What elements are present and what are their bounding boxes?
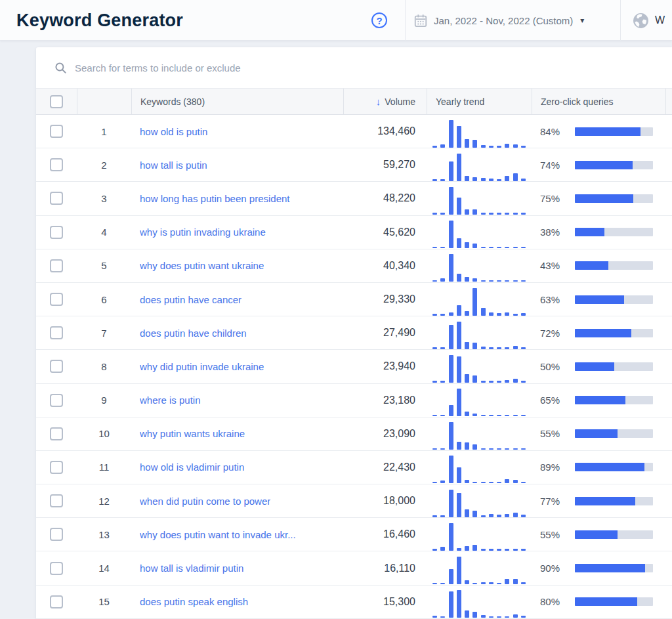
trend-bar (505, 176, 509, 181)
zero-click-pct: 72% (540, 328, 575, 339)
trend-bar (472, 414, 477, 416)
search-bar (36, 47, 672, 88)
volume-value: 29,330 (343, 283, 427, 316)
keyword-link[interactable]: how old is putin (140, 126, 207, 137)
header-divider (405, 0, 406, 41)
keyword-link[interactable]: where is putin (140, 395, 201, 406)
trend-bar (489, 312, 494, 315)
trend-bar (505, 514, 509, 517)
trend-bar (457, 238, 461, 248)
trend-bar (489, 415, 494, 417)
zero-click-cell: 90% (532, 551, 665, 584)
trend-bar (449, 591, 453, 618)
trend-bar (449, 456, 453, 483)
keyword-link[interactable]: does putin speak english (140, 596, 248, 607)
trend-bar (472, 545, 477, 551)
trend-bar (489, 146, 494, 148)
trend-bar (497, 347, 501, 349)
volume-value: 48,220 (343, 182, 427, 215)
chevron-down-icon: ▾ (580, 16, 584, 25)
header-volume-sort[interactable]: ↓ Volume (343, 89, 427, 114)
trend-cell (427, 586, 532, 618)
zero-click-track (575, 194, 653, 203)
trend-bar (513, 144, 518, 148)
trend-bar (505, 448, 509, 450)
row-checkbox[interactable] (50, 595, 63, 608)
row-checkbox-cell (36, 586, 77, 618)
help-icon[interactable]: ? (371, 12, 387, 28)
keyword-link[interactable]: when did putin come to power (140, 496, 270, 507)
trend-bar (457, 389, 461, 416)
keyword-cell: why does putin want ukraine (131, 249, 343, 282)
keyword-link[interactable]: how tall is vladimir putin (140, 563, 243, 574)
row-checkbox[interactable] (50, 326, 63, 339)
trend-bar (481, 213, 486, 215)
keyword-link[interactable]: does putin have cancer (140, 294, 242, 305)
trend-chart (432, 557, 526, 584)
trend-bar (449, 422, 453, 450)
trend-bar (497, 549, 501, 551)
trend-bar (521, 381, 526, 383)
table-body: 1 how old is putin 134,460 84% 2 how tal… (36, 115, 672, 619)
row-checkbox[interactable] (50, 562, 63, 575)
trend-bar (521, 313, 526, 315)
keyword-link[interactable]: why putin wants ukraine (140, 428, 245, 439)
trend-bar (472, 583, 477, 585)
trend-bar (432, 314, 437, 316)
trend-bar (432, 448, 437, 450)
trend-bar (481, 482, 486, 484)
keyword-link[interactable]: does putin have children (140, 328, 247, 339)
row-checkbox[interactable] (50, 125, 63, 138)
trend-bar (513, 346, 518, 349)
keyword-link[interactable]: how old is vladimir putin (140, 461, 244, 473)
row-index: 2 (77, 148, 131, 181)
trend-bar (497, 179, 501, 181)
zero-click-track (575, 228, 653, 236)
trend-bar (472, 343, 477, 349)
keyword-link[interactable]: why does putin want to invade ukr... (140, 529, 296, 540)
keyword-link[interactable]: why did putin invade ukraine (140, 361, 264, 372)
zero-click-cell: 65% (532, 384, 665, 417)
trend-bar (457, 590, 461, 618)
row-checkbox-cell (36, 216, 77, 249)
trend-bar (457, 126, 461, 148)
keyword-link[interactable]: why does putin want ukraine (140, 260, 264, 271)
row-checkbox[interactable] (50, 461, 63, 474)
trend-bar (497, 448, 501, 450)
zero-click-pct: 38% (540, 226, 575, 238)
trend-bar (489, 514, 494, 517)
trend-bar (432, 247, 437, 249)
row-checkbox[interactable] (50, 394, 63, 407)
trend-bar (449, 187, 453, 215)
country-picker[interactable]: W (633, 0, 665, 41)
trend-bar (449, 312, 453, 316)
keyword-cell: how tall is putin (131, 148, 343, 181)
table-row: 15 does putin speak english 15,300 80% (36, 586, 672, 619)
zero-click-cell: 75% (532, 182, 665, 215)
select-all-checkbox[interactable] (50, 95, 63, 108)
trend-bar (497, 146, 501, 148)
row-checkbox[interactable] (50, 158, 63, 171)
date-range-picker[interactable]: Jan, 2022 - Nov, 2022 (Custom) ▾ (413, 0, 584, 41)
keyword-link[interactable]: why is putin invading ukraine (140, 226, 266, 238)
trend-bar (440, 547, 445, 551)
row-checkbox[interactable] (50, 226, 63, 239)
search-input[interactable] (75, 62, 482, 74)
keyword-link[interactable]: how long has putin been president (140, 193, 290, 204)
trend-bar (449, 490, 453, 517)
row-checkbox[interactable] (50, 192, 63, 205)
row-index: 10 (77, 417, 131, 450)
row-checkbox[interactable] (50, 293, 63, 306)
row-checkbox[interactable] (50, 360, 63, 373)
row-checkbox-cell (36, 182, 77, 215)
trend-bar (513, 415, 518, 417)
keyword-link[interactable]: how tall is putin (140, 160, 207, 171)
trend-chart (432, 355, 526, 383)
trend-bar (465, 277, 469, 282)
row-checkbox[interactable] (50, 494, 63, 507)
row-checkbox[interactable] (50, 259, 63, 272)
trend-bar (465, 311, 469, 315)
row-checkbox[interactable] (50, 427, 63, 440)
row-checkbox[interactable] (50, 528, 63, 541)
zero-click-cell: 38% (532, 216, 665, 249)
